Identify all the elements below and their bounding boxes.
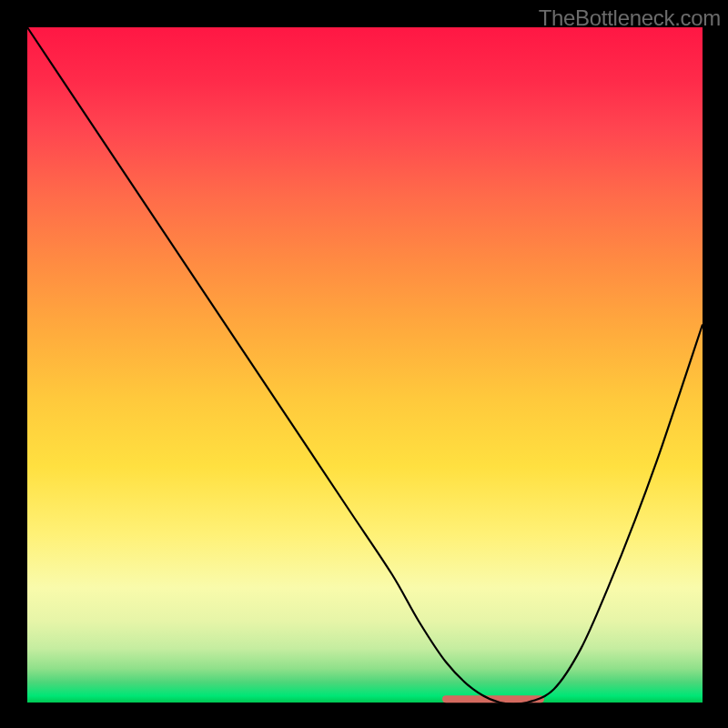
plot-area (27, 27, 703, 703)
bottleneck-curve-svg (27, 27, 703, 703)
bottleneck-curve (27, 27, 703, 704)
chart-container: TheBottleneck.com (0, 0, 728, 728)
